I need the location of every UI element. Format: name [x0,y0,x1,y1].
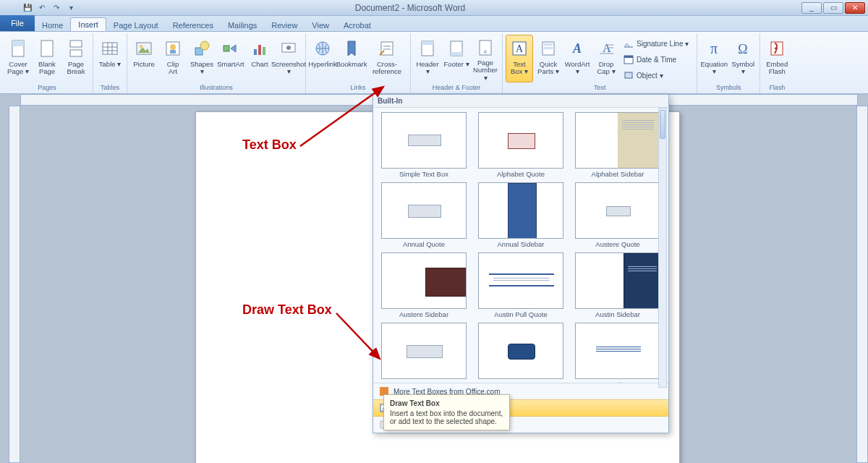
hyperlink-button[interactable]: Hyperlink [309,35,336,82]
tooltip-title: Draw Text Box [390,399,503,407]
qat-redo-button[interactable]: ↷ [51,1,62,13]
window-close-button[interactable]: ✕ [845,2,865,14]
svg-rect-28 [381,42,393,55]
cover-page-button[interactable]: Cover Page ▾ [4,35,32,82]
svg-rect-47 [624,56,633,58]
shapes-button[interactable]: Shapes ▾ [188,35,216,82]
ribbon: Cover Page ▾ Blank Page Page Break Pages… [0,32,868,94]
footer-button[interactable]: Footer ▾ [443,35,470,82]
bookmark-button[interactable]: Bookmark [338,35,365,82]
gallery-item-alphabet-sidebar[interactable]: Alphabet Sidebar [571,112,664,178]
svg-text:Ω: Ω [739,42,748,56]
tab-review[interactable]: Review [264,19,305,31]
group-links: Hyperlink Bookmark Cross-reference Links [306,33,411,93]
svg-point-14 [140,45,142,48]
gallery-item-austere-sidebar[interactable]: Austere Sidebar [378,252,470,318]
cross-reference-button[interactable]: Cross-reference [367,35,407,82]
symbol-button[interactable]: Ω Symbol ▾ [729,35,757,82]
group-pages: Cover Page ▾ Blank Page Page Break Pages [1,33,93,93]
screenshot-button[interactable]: Screenshot ▾ [275,35,302,82]
gallery-item-annual-quote[interactable]: Annual Quote [378,182,470,248]
qat-save-button[interactable]: 💾 [22,1,33,13]
picture-icon [134,38,154,59]
bookmark-icon [341,38,362,59]
page-number-button[interactable]: # Page Number ▾ [472,35,499,82]
gallery-item-annual-sidebar[interactable]: Annual Sidebar [475,182,567,248]
gallery-item-simple-text-box[interactable]: Simple Text Box [378,112,470,178]
tab-insert[interactable]: Insert [70,17,106,31]
group-tables: Table ▾ Tables [93,33,127,93]
tab-references[interactable]: References [166,19,221,31]
smartart-button[interactable]: SmartArt [217,35,244,82]
equation-button[interactable]: π Equation ▾ [700,35,728,82]
group-symbols-label: Symbols [697,84,760,93]
window-title: Document2 - Microsoft Word [355,3,466,13]
gallery-item-austere-quote[interactable]: Austere Quote [571,182,664,248]
gallery-item-braces-quote-2[interactable]: Braces Quote 2 [475,323,567,383]
date-time-button[interactable]: Date & Time [621,52,694,67]
quick-parts-button[interactable]: Quick Parts ▾ [535,35,562,82]
blank-page-button[interactable]: Blank Page [33,35,61,82]
drop-cap-button[interactable]: A Drop Cap ▾ [592,35,620,82]
window-maximize-button[interactable]: ▭ [823,2,843,14]
signature-icon [624,38,634,48]
header-icon [417,38,438,59]
tab-page-layout[interactable]: Page Layout [106,19,166,31]
group-illustrations-label: Illustrations [127,84,305,93]
chart-icon [250,38,270,59]
clip-art-button[interactable]: Clip Art [159,35,187,82]
svg-rect-22 [254,49,257,55]
window-minimize-button[interactable]: _ [801,2,822,14]
group-flash: Embed Flash Flash [760,33,793,93]
wordart-button[interactable]: A WordArt ▾ [563,35,591,82]
page-break-button[interactable]: Page Break [62,35,90,82]
page-number-icon: # [475,38,495,57]
text-box-button[interactable]: A Text Box ▾ [506,35,533,82]
gallery-grid: Simple Text Box Alphabet Quote Alphabet … [373,108,668,383]
tooltip-body: Insert a text box into the document, or … [390,409,503,425]
gallery-item-braces-quote[interactable]: Braces Quote [378,323,470,383]
group-illustrations: Picture Clip Art Shapes ▾ SmartArt Chart… [127,33,306,93]
svg-rect-20 [224,46,229,51]
wordart-icon: A [567,38,587,59]
gallery-item-austin-pull-quote[interactable]: Austin Pull Quote [475,252,567,318]
group-links-label: Links [306,84,410,93]
svg-rect-38 [544,43,553,46]
gallery-scrollbar[interactable] [658,108,667,388]
tab-file[interactable]: File [0,15,35,31]
chart-button[interactable]: Chart [246,35,273,82]
tab-mailings[interactable]: Mailings [221,19,264,31]
cover-page-icon [8,38,28,59]
qat-customize-button[interactable]: ▾ [65,1,77,13]
drop-cap-icon: A [596,38,616,59]
table-button[interactable]: Table ▾ [96,35,124,82]
signature-line-button[interactable]: Signature Line ▾ [621,36,694,51]
svg-rect-17 [170,50,176,54]
group-header-footer-label: Header & Footer [411,84,502,93]
svg-rect-4 [41,41,53,56]
qat-undo-button[interactable]: ↶ [36,1,48,13]
gallery-item-conservative-quote[interactable]: Conservative Quote [571,323,664,383]
object-icon [624,70,634,80]
picture-button[interactable]: Picture [130,35,158,82]
page-break-icon [66,38,86,59]
clip-art-icon [163,38,183,59]
tab-home[interactable]: Home [35,19,70,31]
ruler-vertical-left[interactable] [9,106,20,463]
embed-flash-button[interactable]: Embed Flash [763,35,791,82]
ruler-vertical-right[interactable] [856,106,868,463]
date-time-icon [624,54,634,64]
gallery-item-austin-sidebar[interactable]: Austin Sidebar [571,252,664,318]
header-button[interactable]: Header ▾ [414,35,441,82]
tab-acrobat[interactable]: Acrobat [336,19,378,31]
tab-view[interactable]: View [305,19,336,31]
svg-rect-6 [70,50,82,56]
gallery-item-alphabet-quote[interactable]: Alphabet Quote [475,112,567,178]
svg-text:#: # [484,49,487,54]
group-text: A Text Box ▾ Quick Parts ▾ A WordArt ▾ A… [503,33,697,93]
svg-point-19 [200,41,209,50]
gallery-section-header: Built-In [373,95,668,108]
hyperlink-icon [312,38,333,59]
object-button[interactable]: Object ▾ [621,68,694,82]
quick-access-toolbar: W 💾 ↶ ↷ ▾ [19,1,77,13]
